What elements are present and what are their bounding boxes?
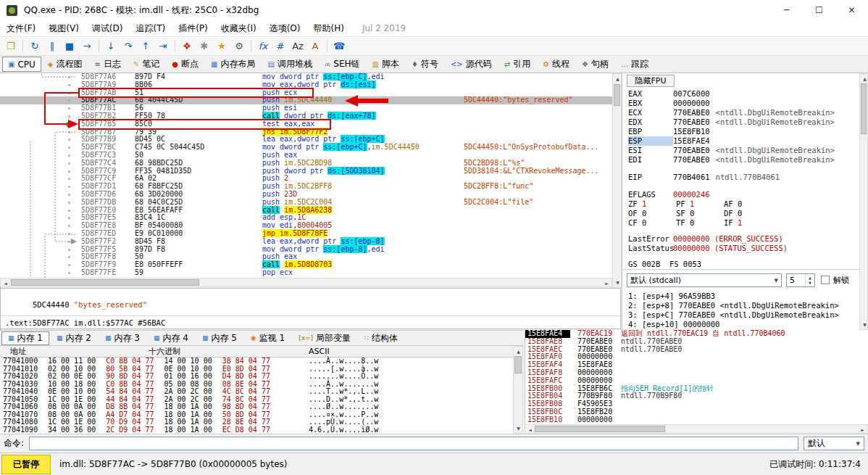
register-row[interactable]: EDI770EABE0<ntdll.DbgUiRemoteBreakin>	[628, 155, 835, 165]
tab-log[interactable]: ≡日志	[89, 57, 127, 72]
close-button[interactable]: ✕	[835, 0, 868, 20]
settings-gear-button[interactable]: ⚙	[231, 38, 247, 54]
register-row[interactable]: EDX770EABE0<ntdll.DbgUiRemoteBreakin>	[628, 117, 835, 127]
step-out-button[interactable]: ↑	[138, 38, 154, 54]
dump-row[interactable]: 7704100016 00 11 00C0 8B 04 7714 00 10 0…	[0, 358, 513, 365]
disasm-horizontal-scrollbar[interactable]: ◄►	[0, 278, 612, 287]
menu-item[interactable]: 插件(P)	[172, 21, 214, 36]
unlock-checkbox[interactable]	[821, 276, 830, 284]
flags-row[interactable]: OF 0SF 0DF 0	[628, 209, 772, 218]
disasm-row[interactable]: 5D8F77FE59pop ecx	[0, 269, 612, 277]
tab-symbols[interactable]: ♦符号	[406, 57, 444, 72]
restart-button[interactable]: ↻	[27, 38, 43, 54]
register-row[interactable]: ESP15E8FAE4	[628, 136, 710, 146]
memory-dump-pane[interactable]: 地址 十六进制 ASCII 7704100016 00 11 00C0 8B 0…	[0, 346, 513, 434]
argument-row[interactable]: 3: [esp+C] 770EABE0 <ntdll.DbgUiRemoteBr…	[628, 310, 839, 320]
scroll-arrow-icon[interactable]: ▲	[860, 74, 868, 83]
minimize-button[interactable]: ─	[770, 0, 803, 20]
bottom-tab-locals[interactable]: [x=]局部变量	[292, 331, 357, 345]
hide-fpu-button[interactable]: 隐藏FPU	[627, 75, 675, 87]
step-over-button[interactable]: ↷	[120, 38, 136, 54]
tab-breakpoints[interactable]: ●断点	[166, 57, 204, 72]
scroll-thumb[interactable]	[535, 426, 665, 432]
stack-row[interactable]: 15E8FB04770B9F80ntdll.770B9F80	[525, 392, 868, 400]
disasm-row[interactable]: 5D8F77DB68 04C0C25Dpush im.5DC2C0045DC2C…	[0, 199, 612, 207]
stack-row[interactable]: 15E8FAE8770EABE0ntdll.770EABE0	[525, 338, 868, 346]
register-row[interactable]: ESI770EABE0<ntdll.DbgUiRemoteBreakin>	[628, 146, 835, 155]
tab-call-stack[interactable]: ▤调用堆栈	[262, 57, 318, 72]
scroll-arrow-icon[interactable]: ◄	[525, 425, 535, 434]
tab-handles[interactable]: ❖句柄	[576, 57, 614, 72]
scroll-arrow-icon[interactable]: ◄	[1, 278, 10, 288]
tab-graph[interactable]: ◈流程图	[42, 57, 88, 72]
dump-row[interactable]: 770410801C 00 1E 0070 D9 04 7718 00 1A 0…	[0, 418, 513, 426]
argument-row[interactable]: 2: [esp+8] 770EABE0 <ntdll.DbgUiRemoteBr…	[628, 301, 839, 310]
stack-row[interactable]: 15E8FB0015E8FB6C指向SEH_Record[1]的指针	[525, 385, 868, 393]
scroll-thumb[interactable]	[861, 83, 867, 134]
dump-row[interactable]: 770410400E 00 10 0054 84 04 772A 00 2C 0…	[0, 388, 513, 396]
flags-row[interactable]: ZF 1PF 1AF 0	[628, 199, 772, 209]
scroll-thumb[interactable]	[11, 279, 199, 286]
calculator-button[interactable]: fx	[255, 38, 271, 54]
stack-row[interactable]: 15E8FB0C15E8FB20	[525, 408, 868, 416]
step-into-button[interactable]: ↓	[103, 38, 119, 54]
bottom-tab-watch1[interactable]: ◉监视 1	[244, 331, 291, 345]
stack-row[interactable]: 15E8FAFC00000000	[525, 377, 868, 385]
stack-row[interactable]: 15E8FAF000000000	[525, 353, 868, 361]
hash-button[interactable]: #	[272, 38, 288, 54]
scroll-arrow-icon[interactable]: ▼	[860, 320, 868, 329]
spinner-arrows-icon[interactable]: ▲▼	[805, 274, 814, 286]
register-row[interactable]: EAX007C6000	[628, 89, 710, 99]
bottom-tab-mem5[interactable]: ▦内存 5	[196, 331, 243, 345]
scroll-arrow-icon[interactable]: ►	[602, 278, 612, 288]
stack-pane[interactable]: 15E8FAE4770EAC19返回到 ntdll.770EAC19 自 ntd…	[525, 330, 868, 434]
last-error-row[interactable]: LastError00000000 (ERROR_SUCCESS)	[628, 234, 783, 244]
patch-button[interactable]: ✱	[196, 38, 212, 54]
argument-row[interactable]: 4: [esp+10] 00000000	[628, 320, 719, 329]
chili-button[interactable]: ❖	[179, 38, 195, 54]
bottom-tab-mem4[interactable]: ▦内存 4	[147, 331, 195, 345]
favourites-button[interactable]: ★	[214, 38, 230, 54]
pause-button[interactable]: ‖	[44, 38, 60, 54]
maximize-button[interactable]: ☐	[803, 0, 835, 20]
bottom-tab-struct[interactable]: ∷结构体	[358, 331, 404, 345]
title-bar[interactable]: QQ.exe - PID: 268C - 模块: im.dll - 线程: 25…	[0, 0, 868, 20]
scroll-arrow-icon[interactable]: ▼	[514, 424, 523, 433]
disasm-row[interactable]: 5D8F77B585C0test eax,eax	[0, 120, 612, 128]
bottom-tab-mem1[interactable]: ▦内存 1	[1, 331, 49, 345]
tab-threads[interactable]: ⚙线程	[537, 57, 575, 72]
menu-item[interactable]: 选项(O)	[263, 21, 307, 36]
eflags-row[interactable]: EFLAGS00000246	[628, 190, 710, 199]
tab-trace[interactable]: …跟踪	[615, 57, 654, 72]
eip-row[interactable]: EIP770B4061ntdll.770B4061	[628, 173, 780, 182]
tab-references[interactable]: ⇄引用	[498, 57, 536, 72]
register-row[interactable]: EBP15E8FB10	[628, 127, 710, 136]
dump-row[interactable]: 7704102002 00 0E 0090 8D 04 7701 00 16 0…	[0, 373, 513, 381]
flags-row[interactable]: CF 0TF 0IF 1	[628, 218, 772, 228]
scroll-arrow-icon[interactable]: ▲	[613, 74, 622, 83]
menu-item[interactable]: 调试(D)	[85, 21, 130, 36]
registers-pane[interactable]: 隐藏FPU 默认 (stdcall) ▼ 5 ▲▼ 解锁 EAX007C6000…	[622, 73, 859, 330]
tab-notes[interactable]: ✎笔记	[128, 57, 165, 72]
run-to-return-button[interactable]: ⇥	[155, 38, 171, 54]
menu-item[interactable]: 视图(V)	[42, 21, 85, 36]
dump-vertical-scrollbar[interactable]: ▲▼	[513, 346, 523, 434]
highlight-button[interactable]: A	[307, 38, 323, 54]
tab-script[interactable]: ▥脚本	[367, 57, 405, 72]
stack-horizontal-scrollbar[interactable]: ◄►	[525, 424, 868, 434]
calling-convention-select[interactable]: 默认 (stdcall) ▼	[627, 273, 782, 287]
phone-button[interactable]: ☎	[331, 38, 347, 54]
scroll-thumb[interactable]	[614, 84, 620, 106]
registers-vertical-scrollbar[interactable]: ▲▼	[859, 73, 868, 330]
breakpoint-dot[interactable]	[66, 122, 71, 127]
command-input[interactable]	[29, 437, 798, 450]
run-button[interactable]: →	[79, 38, 95, 54]
register-row[interactable]: ECX770EABE0<ntdll.DbgUiRemoteBreakin>	[628, 108, 835, 117]
menu-item[interactable]: 文件(F)	[0, 21, 42, 36]
argument-count-spinner[interactable]: 5 ▲▼	[786, 273, 815, 287]
register-row[interactable]: EBX00000000	[628, 99, 710, 108]
disasm-vertical-scrollbar[interactable]: ▲▼	[612, 73, 622, 288]
stack-row[interactable]: 15E8FAF800000000	[525, 369, 868, 377]
scroll-thumb[interactable]	[514, 356, 522, 373]
dump-row[interactable]: 7704109034 00 36 002C D9 04 7718 00 1A 0…	[0, 426, 513, 434]
